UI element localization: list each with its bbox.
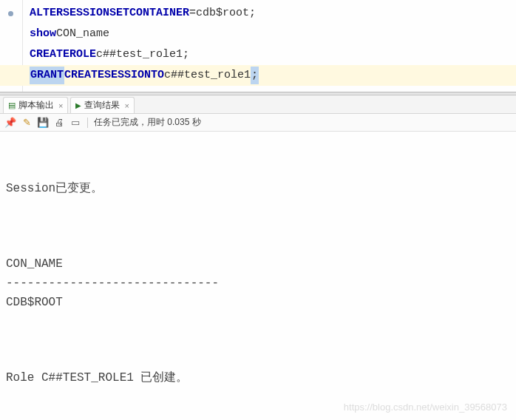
- output-tabs: ▤ 脚本输出 × ▶ 查询结果 ×: [0, 95, 516, 114]
- code-token: ALTER: [30, 4, 63, 22]
- code-token: SET: [109, 4, 129, 22]
- output-toolbar: 📌 ✎ 💾 🖨 ▭ 任务已完成，用时 0.035 秒: [0, 114, 516, 132]
- code-token: CREATE: [30, 46, 69, 64]
- sql-editor[interactable]: ALTER SESSION SET CONTAINER=cdb$root;sho…: [0, 0, 516, 92]
- code-token: SESSION: [63, 4, 109, 22]
- code-token: TO: [151, 67, 164, 84]
- code-token: ROLE: [69, 46, 96, 64]
- print-icon[interactable]: 🖨: [53, 117, 65, 129]
- close-icon[interactable]: ×: [124, 101, 129, 110]
- save-icon[interactable]: 💾: [37, 117, 49, 129]
- clear-icon[interactable]: ▭: [69, 117, 81, 129]
- tab-label: 查询结果: [84, 99, 120, 112]
- code-token: CONTAINER: [129, 4, 189, 22]
- code-token: CON_name: [56, 25, 109, 43]
- pencil-icon[interactable]: ✎: [21, 117, 33, 129]
- toolbar-separator: [87, 118, 88, 128]
- code-token: CREATE: [64, 67, 104, 84]
- play-icon: ▶: [75, 101, 81, 109]
- code-line[interactable]: GRANT CREATE SESSION TO c##test_role1;: [0, 65, 516, 86]
- code-token: =cdb$root;: [189, 4, 256, 22]
- breakpoint-marker[interactable]: [8, 11, 13, 16]
- output-line: Session已变更。: [6, 179, 510, 198]
- tab-label: 脚本输出: [18, 99, 54, 112]
- code-line[interactable]: ALTER SESSION SET CONTAINER=cdb$root;: [0, 3, 516, 24]
- script-icon: ▤: [8, 101, 16, 110]
- pin-icon[interactable]: 📌: [4, 117, 16, 129]
- output-line: Role C##TEST_ROLE1 已创建。: [6, 368, 510, 387]
- status-text: 任务已完成，用时 0.035 秒: [94, 116, 201, 129]
- code-token: SESSION: [104, 67, 151, 84]
- code-token: c##test_role1;: [96, 46, 189, 64]
- close-icon[interactable]: ×: [58, 101, 63, 110]
- tab-query-result[interactable]: ▶ 查询结果 ×: [70, 97, 134, 113]
- code-token: show: [30, 25, 56, 43]
- code-line[interactable]: CREATE ROLE c##test_role1;: [0, 44, 516, 65]
- code-token: GRANT: [30, 67, 64, 84]
- output-block: CON_NAME ------------------------------ …: [6, 254, 510, 312]
- code-token: ;: [251, 67, 259, 84]
- code-token: c##test_role1: [164, 67, 251, 84]
- tab-script-output[interactable]: ▤ 脚本输出 ×: [3, 97, 68, 113]
- code-line[interactable]: show CON_name: [0, 24, 516, 44]
- script-output-content[interactable]: Session已变更。 CON_NAME -------------------…: [0, 132, 516, 420]
